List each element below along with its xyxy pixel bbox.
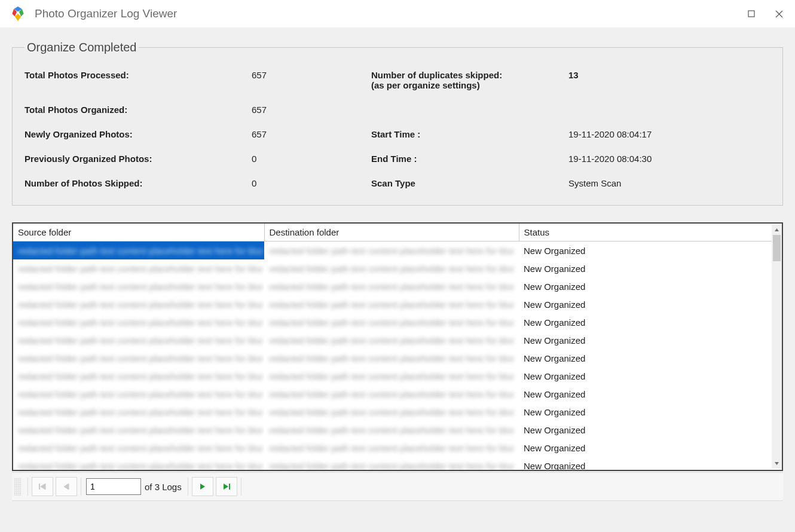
- svg-marker-8: [200, 484, 205, 490]
- cell-destination: redacted folder path text content placeh…: [264, 259, 519, 277]
- cell-status: New Organized: [519, 241, 772, 260]
- table-row[interactable]: redacted folder path text content placeh…: [13, 349, 772, 367]
- summary-legend: Organize Completed: [25, 41, 139, 54]
- log-table-container: Source folder Destination folder Status …: [12, 222, 783, 471]
- cell-destination: redacted folder path text content placeh…: [264, 457, 519, 471]
- value-start-time: 19-11-2020 08:04:17: [568, 129, 770, 139]
- table-row[interactable]: redacted folder path text content placeh…: [13, 439, 772, 457]
- scroll-down-icon[interactable]: [772, 458, 782, 469]
- table-row[interactable]: redacted folder path text content placeh…: [13, 259, 772, 277]
- prev-page-button[interactable]: [56, 477, 77, 496]
- column-header-status[interactable]: Status: [519, 224, 772, 241]
- cell-status: New Organized: [519, 349, 772, 367]
- cell-source: redacted folder path text content placeh…: [13, 295, 264, 313]
- label-start-time: Start Time :: [371, 129, 568, 139]
- cell-status: New Organized: [519, 277, 772, 295]
- value-newly-organized: 657: [252, 129, 371, 139]
- column-header-source[interactable]: Source folder: [13, 224, 264, 241]
- summary-panel: Organize Completed Total Photos Processe…: [12, 41, 783, 206]
- cell-destination: redacted folder path text content placeh…: [264, 385, 519, 403]
- column-header-destination[interactable]: Destination folder: [264, 224, 519, 241]
- svg-rect-0: [748, 11, 754, 17]
- cell-status: New Organized: [519, 457, 772, 471]
- cell-source: redacted folder path text content placeh…: [13, 331, 264, 349]
- cell-destination: redacted folder path text content placeh…: [264, 295, 519, 313]
- cell-status: New Organized: [519, 367, 772, 385]
- cell-destination: redacted folder path text content placeh…: [264, 421, 519, 439]
- value-previously-organized: 0: [252, 154, 371, 164]
- label-total-organized: Total Photos Organized:: [25, 105, 252, 115]
- first-page-button[interactable]: [32, 477, 53, 496]
- content-area: Organize Completed Total Photos Processe…: [0, 27, 795, 501]
- page-total-label: of 3 Logs: [145, 482, 182, 492]
- cell-destination: redacted folder path text content placeh…: [264, 367, 519, 385]
- cell-source: redacted folder path text content placeh…: [13, 313, 264, 331]
- cell-destination: redacted folder path text content placeh…: [264, 277, 519, 295]
- svg-marker-9: [224, 484, 228, 490]
- cell-source: redacted folder path text content placeh…: [13, 367, 264, 385]
- cell-source: redacted folder path text content placeh…: [13, 277, 264, 295]
- separator: [241, 478, 241, 496]
- scroll-thumb[interactable]: [773, 235, 781, 261]
- table-row[interactable]: redacted folder path text content placeh…: [13, 277, 772, 295]
- cell-destination: redacted folder path text content placeh…: [264, 241, 519, 260]
- pager-toolbar: of 3 Logs: [12, 472, 783, 501]
- cell-destination: redacted folder path text content placeh…: [264, 349, 519, 367]
- cell-source: redacted folder path text content placeh…: [13, 385, 264, 403]
- toolbar-grip-icon: [14, 478, 22, 496]
- label-previously-organized: Previously Organized Photos:: [25, 154, 252, 164]
- table-row[interactable]: redacted folder path text content placeh…: [13, 457, 772, 471]
- value-total-organized: 657: [252, 105, 371, 115]
- svg-marker-4: [775, 462, 779, 465]
- label-newly-organized: Newly Organized Photos:: [25, 129, 252, 139]
- svg-marker-3: [775, 228, 779, 231]
- cell-status: New Organized: [519, 421, 772, 439]
- cell-source: redacted folder path text content placeh…: [13, 421, 264, 439]
- label-duplicates-skipped: Number of duplicates skipped: (as per or…: [371, 70, 568, 90]
- svg-marker-6: [41, 484, 45, 490]
- cell-status: New Organized: [519, 331, 772, 349]
- cell-source: redacted folder path text content placeh…: [13, 439, 264, 457]
- last-page-button[interactable]: [216, 477, 237, 496]
- separator: [188, 478, 188, 496]
- table-row[interactable]: redacted folder path text content placeh…: [13, 331, 772, 349]
- cell-destination: redacted folder path text content placeh…: [264, 313, 519, 331]
- cell-status: New Organized: [519, 295, 772, 313]
- table-row[interactable]: redacted folder path text content placeh…: [13, 403, 772, 421]
- summary-grid: Total Photos Processed: 657 Number of du…: [25, 65, 770, 188]
- window-title: Photo Organizer Log Viewer: [35, 7, 177, 20]
- value-photos-skipped: 0: [252, 178, 371, 188]
- cell-destination: redacted folder path text content placeh…: [264, 403, 519, 421]
- vertical-scrollbar[interactable]: [772, 225, 782, 469]
- scroll-up-icon[interactable]: [772, 225, 782, 235]
- cell-status: New Organized: [519, 385, 772, 403]
- value-end-time: 19-11-2020 08:04:30: [568, 154, 770, 164]
- value-total-processed: 657: [252, 70, 371, 80]
- table-row[interactable]: redacted folder path text content placeh…: [13, 385, 772, 403]
- scroll-track[interactable]: [772, 235, 782, 458]
- cell-source: redacted folder path text content placeh…: [13, 457, 264, 471]
- maximize-button[interactable]: [738, 3, 765, 25]
- table-row[interactable]: redacted folder path text content placeh…: [13, 295, 772, 313]
- app-logo-icon: [10, 5, 26, 22]
- log-table: Source folder Destination folder Status …: [13, 224, 772, 471]
- cell-destination: redacted folder path text content placeh…: [264, 439, 519, 457]
- svg-marker-7: [64, 484, 69, 490]
- title-bar: Photo Organizer Log Viewer: [0, 0, 795, 27]
- cell-source: redacted folder path text content placeh…: [13, 259, 264, 277]
- label-photos-skipped: Number of Photos Skipped:: [25, 178, 252, 188]
- cell-source: redacted folder path text content placeh…: [13, 241, 264, 260]
- table-row[interactable]: redacted folder path text content placeh…: [13, 367, 772, 385]
- separator: [81, 478, 81, 496]
- cell-destination: redacted folder path text content placeh…: [264, 331, 519, 349]
- label-end-time: End Time :: [371, 154, 568, 164]
- table-row[interactable]: redacted folder path text content placeh…: [13, 313, 772, 331]
- log-viewer-window: Photo Organizer Log Viewer Organize Comp…: [0, 0, 795, 532]
- label-scan-type: Scan Type: [371, 178, 568, 188]
- page-number-input[interactable]: [86, 478, 141, 495]
- cell-status: New Organized: [519, 313, 772, 331]
- table-row[interactable]: redacted folder path text content placeh…: [13, 241, 772, 260]
- next-page-button[interactable]: [192, 477, 213, 496]
- table-row[interactable]: redacted folder path text content placeh…: [13, 421, 772, 439]
- close-button[interactable]: [765, 3, 793, 25]
